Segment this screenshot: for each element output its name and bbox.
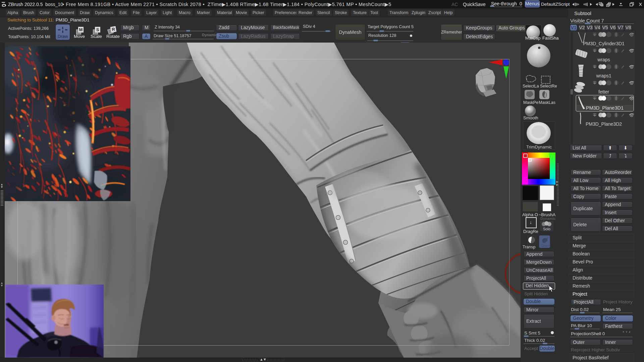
svg-text:wraps: wraps <box>597 57 610 62</box>
svg-text:fetter: fetter <box>598 89 609 95</box>
svg-text:Smooth: Smooth <box>523 115 538 120</box>
svg-text:PM3D_Cylinder3D1: PM3D_Cylinder3D1 <box>583 41 625 46</box>
svg-text:PM3D_Plane3D1: PM3D_Plane3D1 <box>586 105 624 111</box>
svg-text:wraps1: wraps1 <box>596 73 611 78</box>
svg-text:MaskPe: MaskPe <box>523 100 538 105</box>
svg-text:PM3D_Plane3D2: PM3D_Plane3D2 <box>586 121 622 127</box>
svg-text:SelectRe: SelectRe <box>540 84 557 88</box>
svg-text:MaskLas: MaskLas <box>539 100 555 105</box>
svg-text:Draw: Draw <box>58 34 68 39</box>
svg-text:SelectLa: SelectLa <box>523 84 539 88</box>
